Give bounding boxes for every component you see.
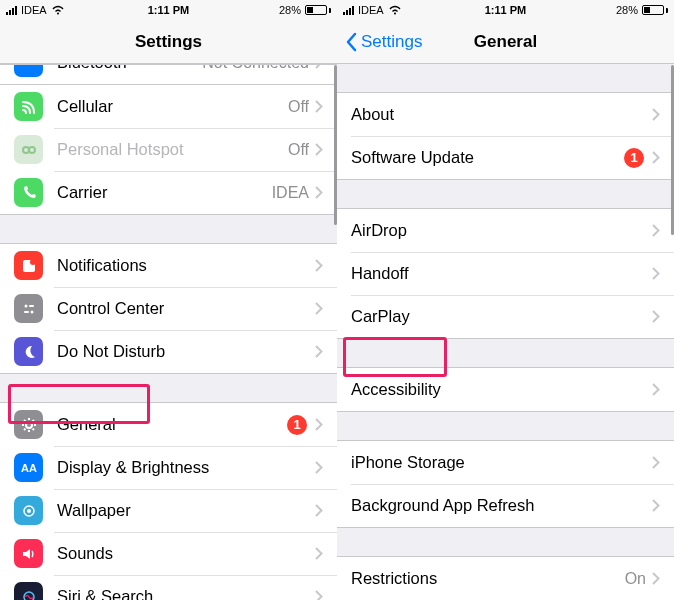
row-notifications[interactable]: Notifications (0, 244, 337, 287)
chevron-right-icon (652, 267, 660, 280)
battery-icon (642, 5, 668, 15)
row-background-refresh[interactable]: Background App Refresh (337, 484, 674, 527)
display-icon: AA (14, 453, 43, 482)
row-cellular[interactable]: Cellular Off (0, 85, 337, 128)
battery-icon (305, 5, 331, 15)
row-label: Sounds (57, 544, 315, 563)
general-screen: IDEA 1:11 PM 28% Settings General About (337, 0, 674, 600)
badge: 1 (624, 148, 644, 168)
chevron-right-icon (315, 302, 323, 315)
wifi-icon (388, 5, 402, 15)
chevron-right-icon (652, 499, 660, 512)
row-siri[interactable]: Siri & Search (0, 575, 337, 600)
row-label: Carrier (57, 183, 272, 202)
chevron-right-icon (315, 186, 323, 199)
row-label: Control Center (57, 299, 315, 318)
status-time: 1:11 PM (485, 4, 527, 16)
row-label: Accessibility (351, 380, 652, 399)
row-carplay[interactable]: CarPlay (337, 295, 674, 338)
row-label: CarPlay (351, 307, 652, 326)
row-display[interactable]: AA Display & Brightness (0, 446, 337, 489)
settings-screen: IDEA 1:11 PM 28% Settings Bluetooth Not … (0, 0, 337, 600)
settings-list: Bluetooth Not Connected Cellular Off Per… (0, 64, 337, 600)
row-label: Display & Brightness (57, 458, 315, 477)
carrier-label: IDEA (358, 4, 384, 16)
row-carrier[interactable]: Carrier IDEA (0, 171, 337, 214)
row-airdrop[interactable]: AirDrop (337, 209, 674, 252)
row-value: Off (288, 98, 309, 116)
row-label: Background App Refresh (351, 496, 652, 515)
nav-bar: Settings General (337, 20, 674, 64)
svg-text:AA: AA (21, 462, 37, 474)
svg-point-3 (30, 259, 36, 265)
chevron-right-icon (315, 461, 323, 474)
chevron-right-icon (315, 418, 323, 431)
row-handoff[interactable]: Handoff (337, 252, 674, 295)
chevron-right-icon (652, 310, 660, 323)
row-about[interactable]: About (337, 93, 674, 136)
row-value: On (625, 570, 646, 588)
control-center-icon (14, 294, 43, 323)
chevron-right-icon (652, 151, 660, 164)
row-bluetooth[interactable]: Bluetooth Not Connected (0, 64, 337, 84)
row-restrictions[interactable]: Restrictions On (337, 557, 674, 600)
chevron-right-icon (652, 108, 660, 121)
battery-percent: 28% (616, 4, 638, 16)
svg-point-1 (29, 147, 35, 153)
back-button[interactable]: Settings (345, 20, 422, 63)
row-wallpaper[interactable]: Wallpaper (0, 489, 337, 532)
chevron-right-icon (315, 504, 323, 517)
row-label: Restrictions (351, 569, 625, 588)
status-time: 1:11 PM (148, 4, 190, 16)
row-label: General (57, 415, 287, 434)
row-label: Cellular (57, 97, 288, 116)
chevron-right-icon (652, 224, 660, 237)
svg-rect-5 (29, 305, 34, 307)
row-label: Personal Hotspot (57, 140, 288, 159)
chevron-right-icon (315, 345, 323, 358)
back-label: Settings (361, 32, 422, 52)
svg-point-4 (24, 304, 27, 307)
row-label: AirDrop (351, 221, 652, 240)
general-list: About Software Update 1 AirDrop Handoff (337, 64, 674, 600)
status-bar: IDEA 1:11 PM 28% (337, 0, 674, 20)
row-label: iPhone Storage (351, 453, 652, 472)
nav-bar: Settings (0, 20, 337, 64)
row-value: Off (288, 141, 309, 159)
status-bar: IDEA 1:11 PM 28% (0, 0, 337, 20)
wifi-icon (51, 5, 65, 15)
row-value: IDEA (272, 184, 309, 202)
row-software-update[interactable]: Software Update 1 (337, 136, 674, 179)
chevron-right-icon (315, 547, 323, 560)
row-sounds[interactable]: Sounds (0, 532, 337, 575)
row-label: Bluetooth (57, 64, 202, 72)
row-label: Wallpaper (57, 501, 315, 520)
cellular-icon (14, 92, 43, 121)
row-general[interactable]: General 1 (0, 403, 337, 446)
row-control-center[interactable]: Control Center (0, 287, 337, 330)
row-label: About (351, 105, 652, 124)
wallpaper-icon (14, 496, 43, 525)
chevron-right-icon (652, 456, 660, 469)
battery-percent: 28% (279, 4, 301, 16)
row-storage[interactable]: iPhone Storage (337, 441, 674, 484)
phone-icon (14, 178, 43, 207)
chevron-right-icon (315, 64, 323, 69)
row-label: Software Update (351, 148, 624, 167)
row-value: Not Connected (202, 64, 309, 72)
svg-rect-7 (24, 311, 29, 313)
hotspot-icon (14, 135, 43, 164)
svg-point-8 (26, 422, 32, 428)
chevron-right-icon (315, 590, 323, 600)
chevron-right-icon (652, 572, 660, 585)
notifications-icon (14, 251, 43, 280)
row-do-not-disturb[interactable]: Do Not Disturb (0, 330, 337, 373)
moon-icon (14, 337, 43, 366)
row-hotspot: Personal Hotspot Off (0, 128, 337, 171)
chevron-right-icon (652, 383, 660, 396)
page-title: General (474, 32, 537, 52)
signal-icon (343, 6, 354, 15)
chevron-right-icon (315, 259, 323, 272)
siri-icon (14, 582, 43, 600)
row-accessibility[interactable]: Accessibility (337, 368, 674, 411)
